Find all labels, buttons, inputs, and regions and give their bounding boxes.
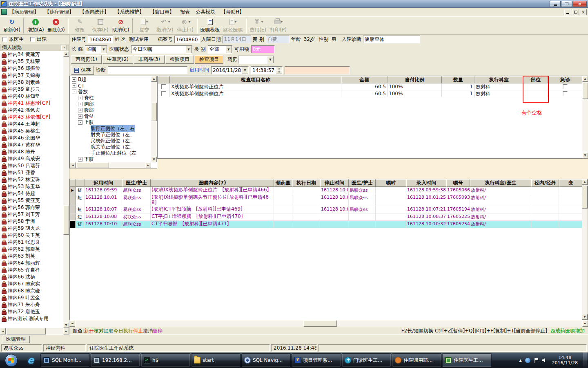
patient-list-item[interactable]: 神内51 龚香 xyxy=(0,169,63,176)
patient-list-item[interactable]: 神内40 林知坚 xyxy=(0,93,63,100)
row-marker-cell[interactable] xyxy=(70,221,76,228)
scroll-thumb[interactable] xyxy=(7,328,46,334)
patient-list-item[interactable]: 神内54 侍超 xyxy=(0,190,63,197)
filter-my-doctor[interactable]: 本医生 xyxy=(2,36,24,43)
patient-list-item[interactable]: 神内48 陈丹 xyxy=(0,148,63,155)
scroll-thumb[interactable] xyxy=(151,103,157,121)
template-button[interactable]: 医嘱模板 xyxy=(199,17,222,34)
tree-node[interactable]: 腕关节正侧位（左、 xyxy=(70,144,151,150)
tree-node[interactable]: +腹部 xyxy=(70,107,151,113)
mdi-close-button[interactable]: × xyxy=(580,9,587,15)
internet-explorer-button[interactable]: e xyxy=(21,353,40,367)
patient-list-item[interactable]: 神内35 吴桂荣 xyxy=(0,58,63,65)
menu-item-2[interactable]: 【诊疗管理】 xyxy=(45,9,74,16)
admission-date-field[interactable]: 11月14日 xyxy=(223,36,251,43)
taskbar-button-7[interactable]: 门诊医生工... xyxy=(342,353,391,367)
scroll-thumb[interactable] xyxy=(76,162,109,168)
print-button[interactable]: ▾打印(P) xyxy=(268,17,289,34)
start-time-input[interactable]: 14:38:57▲▼ xyxy=(251,66,283,74)
scroll-thumb[interactable] xyxy=(303,320,337,327)
add-western-medicine-link[interactable]: 西成药医嘱增加 xyxy=(550,328,585,334)
tree-node[interactable]: 肱骨正侧位（左、右 xyxy=(70,126,151,132)
tree-node[interactable]: 尺桡骨正侧位（左、 xyxy=(70,138,151,144)
patient-list-item[interactable]: 神内60 吴玉英 xyxy=(0,232,63,239)
undo-button[interactable]: ▾撤消(V) xyxy=(155,17,175,34)
patient-list-item[interactable]: 神内63 刘英 xyxy=(0,253,63,260)
action-center-icon[interactable] xyxy=(534,358,539,363)
patient-list-item[interactable]: 神内44 王坤超 xyxy=(0,121,63,128)
row-marker-cell[interactable] xyxy=(70,213,76,220)
volume-icon[interactable] xyxy=(542,358,547,363)
category-select[interactable]: 全部▼ xyxy=(208,45,232,54)
edit-button[interactable]: 修改 xyxy=(70,17,90,34)
scroll-thumb[interactable] xyxy=(63,205,69,235)
patient-list-item[interactable]: 神内41 林惠珍[CP] xyxy=(0,100,63,107)
scroll-track[interactable] xyxy=(76,162,145,168)
menu-item-8[interactable]: 【帮助H】 xyxy=(221,9,244,16)
tree-node[interactable]: +胸部 xyxy=(70,101,151,107)
tab-herbal[interactable]: 中草药(2) xyxy=(102,55,133,64)
tree-expander-icon[interactable]: - xyxy=(78,120,82,125)
scroll-left-icon[interactable]: ◄ xyxy=(69,320,75,327)
stop-button[interactable]: ▾停止(T) xyxy=(175,17,196,34)
menu-item-7[interactable]: 公共模块 xyxy=(196,9,215,16)
case-no-field[interactable]: 1604860 xyxy=(174,36,200,43)
delete-button[interactable]: 删除(D) xyxy=(46,17,67,34)
scroll-left-icon[interactable]: ◄ xyxy=(0,328,6,334)
spin-down-icon[interactable]: ▼ xyxy=(276,70,282,74)
save-button[interactable]: 保存(F) xyxy=(90,17,111,34)
patient-list-item[interactable]: 神内50 吕瑞芬 xyxy=(0,162,63,169)
tree-vscrollbar[interactable]: ▲ ▼ xyxy=(151,76,157,162)
taskbar-button-5[interactable]: SQL Navig... xyxy=(241,353,291,367)
fee-button[interactable]: ▾费用(E) xyxy=(248,17,268,34)
patient-list-item[interactable]: 神内46 余国华 xyxy=(0,135,63,141)
taskbar-button-2[interactable]: 192.168.2... xyxy=(91,353,140,367)
patient-list-item[interactable]: 神内37 吴锦梅 xyxy=(0,72,63,79)
taskbar-button-6[interactable]: 项目管理系... xyxy=(292,353,341,367)
patient-list-item[interactable]: 神内67 陈家实 xyxy=(0,280,63,287)
tree-expander-icon[interactable]: + xyxy=(78,102,82,106)
filter-discharged[interactable]: 出院 xyxy=(30,36,47,43)
scroll-thumb[interactable] xyxy=(582,186,588,209)
admission-diagnosis-field[interactable]: 健康查体 xyxy=(363,36,420,43)
order-row[interactable]: 短161128 10:10易联众ssCT平扫喉部 [放射科][已申请471]16… xyxy=(70,221,588,228)
tab-non-drug[interactable]: 非药品(3) xyxy=(134,55,165,64)
patient-list-hscrollbar[interactable]: ◄ ► xyxy=(0,328,69,334)
orders-hscrollbar[interactable]: ◄ ► xyxy=(69,320,588,327)
scroll-up-icon[interactable]: ▲ xyxy=(63,51,69,57)
patient-list-item[interactable]: 神内72 唐艳玉 xyxy=(0,308,63,315)
scroll-track[interactable] xyxy=(63,57,69,322)
pathway-button[interactable]: ▾路径医嘱 xyxy=(222,17,245,34)
scroll-track[interactable] xyxy=(582,185,588,314)
hidden-icons-chevron[interactable]: ▲ xyxy=(519,359,521,362)
chevron-down-icon[interactable]: ▼ xyxy=(185,46,192,53)
patient-list-item[interactable]: 神内56 郭向荣 xyxy=(0,204,63,211)
admission-no-field[interactable]: 1604860 xyxy=(88,36,113,43)
taskbar-button-8[interactable]: 住院调用部... xyxy=(392,353,441,367)
tree-expander-icon[interactable]: + xyxy=(78,108,82,112)
tree-expander-icon[interactable]: + xyxy=(78,114,82,119)
tree-node[interactable]: +脊柱 xyxy=(70,95,151,101)
patient-list-item[interactable]: 神内34 黄建芳 xyxy=(0,51,63,58)
pharmacy-select[interactable]: ▼ xyxy=(238,56,274,64)
patient-list-item[interactable]: 神内65 许自祥 xyxy=(0,267,63,274)
tree-node[interactable]: +CT xyxy=(70,83,151,89)
scroll-right-icon[interactable]: ► xyxy=(582,320,588,327)
order-row[interactable]: ▶短161128 09:59易联众ss(取消)X线摄影单侧肱骨正位片 [放射科]… xyxy=(70,187,588,194)
scroll-track[interactable] xyxy=(6,328,63,334)
start-button[interactable] xyxy=(1,352,21,368)
menu-item-1[interactable]: 【病历管理】 xyxy=(9,9,39,16)
scroll-right-icon[interactable]: ► xyxy=(145,162,151,168)
patient-list-item[interactable]: 神内59 胡火龙 xyxy=(0,225,63,232)
order-row[interactable]: 短161128 10:07易联众ss(取消)CT平扫颅脑 [放射科][已申请46… xyxy=(70,206,588,213)
checkbox-icon[interactable] xyxy=(2,37,7,42)
patient-list-item[interactable]: 神内66 沈扬 xyxy=(0,274,63,280)
tree-expander-icon[interactable]: + xyxy=(78,96,82,100)
patient-list-item[interactable]: 神内47 黄有华 xyxy=(0,141,63,148)
chevron-down-icon[interactable]: ▼ xyxy=(100,46,107,53)
menu-item-4[interactable]: 【系统维护】 xyxy=(115,9,144,16)
patient-list-item[interactable]: 神内36 郑振俭 xyxy=(0,65,63,72)
menu-item-3[interactable]: 【查询统计】 xyxy=(80,9,109,16)
patient-list-item[interactable]: 神内39 童步云 xyxy=(0,86,63,93)
patient-list-item[interactable]: 神内62 郭殿英 xyxy=(0,246,63,253)
